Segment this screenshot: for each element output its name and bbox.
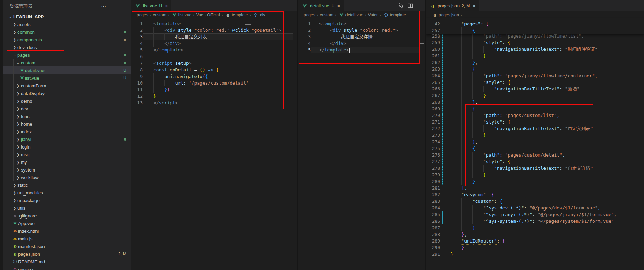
code-line-8[interactable]: 8const goDetail = () => { — [131, 66, 297, 73]
tree-item-README.md[interactable]: ⓘREADME.md — [3, 258, 131, 265]
code-line-264[interactable]: 264 "path": "pages/jianyi/flowTime/conta… — [426, 72, 644, 79]
breadcrumb-item[interactable]: custom — [153, 13, 166, 17]
tree-item-LEARUN_APP[interactable]: ⌄LEARUN_APP — [3, 13, 131, 21]
code-line-1[interactable]: 1<template> — [298, 20, 425, 27]
code-line-4[interactable]: 4 </div> — [298, 40, 425, 47]
code-line-9[interactable]: 9 uni.navigateTo({ — [131, 73, 297, 80]
code-line-265[interactable]: 265 "style": { — [426, 79, 644, 86]
code-area[interactable]: 1<template>2 <div style="color: red;">3 … — [298, 18, 425, 53]
tree-item-main.js[interactable]: JSmain.js — [3, 235, 131, 243]
code-line-11[interactable]: 11 }) — [131, 86, 297, 93]
code-line-281[interactable]: 281 ], — [426, 185, 644, 191]
code-line-3[interactable]: 3 我是自定义详情 — [298, 33, 425, 40]
tree-item-jianyi[interactable]: ❯jianyi — [3, 135, 131, 143]
code-line-2[interactable]: 2 <div style="color: red;"> — [298, 27, 425, 33]
code-line-6[interactable]: 6 — [131, 53, 297, 60]
code-line-7[interactable]: 7<script setup> — [131, 60, 297, 66]
code-line-270[interactable]: 270 "path": "pages/custom/list", — [426, 112, 644, 119]
code-line-1[interactable]: 1<template> — [131, 20, 297, 27]
breadcrumb-item[interactable]: list.vue — [171, 13, 191, 17]
close-tab-icon[interactable]: × — [472, 3, 475, 9]
code-line-5[interactable]: 5</template> — [131, 47, 297, 53]
tree-item-workflow[interactable]: ❯workflow — [3, 174, 131, 181]
breadcrumb-item[interactable]: detail.vue — [338, 13, 363, 17]
code-line-271[interactable]: 271 "style": { — [426, 119, 644, 125]
code-line-278[interactable]: 278 "navigationBarTitleText": "自定义详情" — [426, 165, 644, 172]
code-line-282[interactable]: 282 "easycom": { — [426, 191, 644, 198]
tree-item-.gitignore[interactable]: ◈.gitignore — [3, 212, 131, 220]
code-area[interactable]: 258 "path": "pages/jianyi/flowTime/list"… — [426, 18, 644, 257]
more-actions-icon[interactable]: ⋯ — [289, 3, 295, 9]
code-line-283[interactable]: 283 "custom": { — [426, 198, 644, 205]
code-line-287[interactable]: 287 } — [426, 224, 644, 231]
breadcrumb-item[interactable]: {}template — [224, 13, 248, 17]
code-line-269[interactable]: 269 { — [426, 105, 644, 112]
tree-item-manifest.json[interactable]: {}manifest.json — [3, 243, 131, 250]
code-line-274[interactable]: 274 }, — [426, 138, 644, 145]
close-tab-icon[interactable]: × — [165, 3, 168, 9]
tab-pages.json[interactable]: {}pages.json2, M× — [426, 0, 479, 11]
code-line-272[interactable]: 272 "navigationBarTitleText": "自定义列表" — [426, 125, 644, 132]
tree-item-uni_modules[interactable]: ❯uni_modules — [3, 189, 131, 197]
tree-item-demo[interactable]: ❯demo — [3, 97, 131, 105]
code-line-4[interactable]: 4 </div> — [131, 40, 297, 47]
tree-item-customForm[interactable]: ❯customForm — [3, 82, 131, 89]
tree-item-custom[interactable]: ⌄custom — [3, 59, 131, 66]
breadcrumb-item[interactable]: {}pages.json — [431, 13, 459, 17]
code-line-257[interactable]: 257 { — [426, 27, 644, 34]
code-line-280[interactable]: 280 } — [426, 178, 644, 185]
breadcrumb-item[interactable]: Vuter — [368, 13, 378, 17]
tree-item-list.vue[interactable]: list.vueU — [3, 74, 131, 82]
code-line-286[interactable]: 286 "^sys-system-(.*)": "@/pages/system/… — [426, 218, 644, 224]
code-line-261[interactable]: 261 } — [426, 53, 644, 59]
code-line-260[interactable]: 260 "navigationBarTitleText": "时间组件验证" — [426, 46, 644, 53]
tree-item-uni.scss[interactable]: ⊘uni.scss — [3, 265, 131, 270]
code-line-5[interactable]: 5</template> — [298, 47, 425, 53]
code-line-273[interactable]: 273 } — [426, 132, 644, 138]
breadcrumb-item[interactable]: Vue - Official — [196, 13, 220, 17]
more-actions-icon[interactable]: ⋯ — [417, 3, 422, 9]
tree-item-pages.json[interactable]: {}pages.json2, M — [3, 250, 131, 258]
code-line-259[interactable]: 259 "style": { — [426, 39, 644, 46]
code-line-268[interactable]: 268 }, — [426, 99, 644, 105]
code-line-284[interactable]: 284 "^sys-dev-(.*)": "@/pages/dev/$1/for… — [426, 205, 644, 211]
tab-detail.vue[interactable]: detail.vueU× — [298, 0, 344, 11]
tree-item-system[interactable]: ❯system — [3, 166, 131, 174]
editor-group-divider[interactable] — [425, 0, 426, 270]
breadcrumb-item[interactable]: ... — [464, 13, 467, 17]
code-line-10[interactable]: 10 url: '/pages/custom/detail' — [131, 80, 297, 86]
code-line-275[interactable]: 275 { — [426, 145, 644, 152]
breadcrumb-item[interactable]: pages — [304, 13, 315, 17]
code-line-263[interactable]: 263 { — [426, 66, 644, 72]
tree-item-dev[interactable]: ❯dev — [3, 105, 131, 112]
open-changes-icon[interactable] — [398, 3, 404, 8]
breadcrumb-item[interactable]: pages — [137, 13, 148, 17]
code-line-291[interactable]: 291} — [426, 251, 644, 257]
breadcrumb-item[interactable]: custom — [320, 13, 333, 17]
tree-item-App.vue[interactable]: App.vue — [3, 220, 131, 227]
code-line-285[interactable]: 285 "^sys-jianyi-(.*)": "@/pages/jianyi/… — [426, 211, 644, 218]
tree-item-func[interactable]: ❯func — [3, 112, 131, 120]
code-line-290[interactable]: 290 } — [426, 244, 644, 251]
tree-item-utils[interactable]: ❯utils — [3, 204, 131, 212]
code-line-266[interactable]: 266 "navigationBarTitleText": "新增" — [426, 86, 644, 92]
code-line-3[interactable]: 3 我是自定义列表 — [131, 33, 297, 40]
code-line-2[interactable]: 2 <div style="color: red;" @click="goDet… — [131, 27, 297, 33]
tree-item-common[interactable]: ❯common — [3, 28, 131, 36]
tree-item-assets[interactable]: ❯assets — [3, 21, 131, 28]
code-line-277[interactable]: 277 "style": { — [426, 158, 644, 165]
code-line-42[interactable]: 42 "pages": [ — [426, 21, 644, 27]
tree-item-dev_docs[interactable]: ❯dev_docs — [3, 43, 131, 51]
breadcrumb-item[interactable]: div — [253, 13, 265, 17]
tree-item-static[interactable]: ❯static — [3, 181, 131, 189]
code-line-12[interactable]: 12} — [131, 93, 297, 100]
tree-item-components[interactable]: ❯components — [3, 36, 131, 43]
tree-item-msg[interactable]: ❯msg — [3, 151, 131, 158]
tree-item-index[interactable]: ❯index — [3, 128, 131, 135]
code-line-13[interactable]: 13</script> — [131, 100, 297, 106]
code-line-279[interactable]: 279 } — [426, 172, 644, 178]
code-line-262[interactable]: 262 }, — [426, 59, 644, 66]
close-tab-icon[interactable]: × — [337, 3, 340, 9]
code-area[interactable]: 1<template>2 <div style="color: red;" @c… — [131, 18, 297, 106]
split-editor-icon[interactable] — [408, 3, 413, 8]
